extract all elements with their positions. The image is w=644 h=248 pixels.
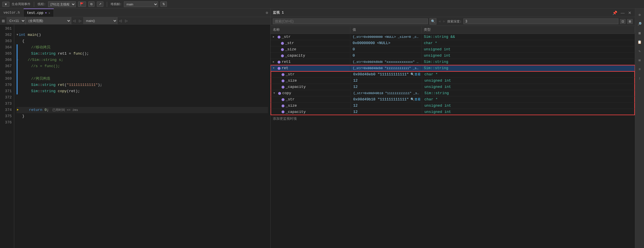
depth-label: 搜索深度: xyxy=(447,19,462,24)
fold-362[interactable]: ▼ xyxy=(17,32,18,38)
sidebar-icon-1[interactable]: ⚙ xyxy=(636,11,644,19)
copy-size-name-cell: ⬤ _size xyxy=(271,103,351,108)
stack-select[interactable]: main xyxy=(124,1,158,7)
scope-next-btn[interactable]: ▷ xyxy=(77,19,83,23)
code-line-375: } xyxy=(17,113,268,119)
watch-row-ret-str[interactable]: ⬤ _str 0x00d48eb0 "111111111111" 🔍查看 cha… xyxy=(271,71,635,78)
lang-icon: ▦ xyxy=(0,19,7,23)
watch-icon-btn2[interactable]: ⊞ xyxy=(627,19,633,24)
ret-str-lens-btn[interactable]: 🔍查看 xyxy=(410,72,421,77)
sidebar-icon-3[interactable]: ▦ xyxy=(636,29,644,37)
tab-test-cpp[interactable]: test.cpp ● ✕ xyxy=(24,9,54,17)
str-str-value-cell: 0x00000000 <NULL> xyxy=(350,40,422,46)
watch-row-copy-size[interactable]: ⬤ _size 12 unsigned int xyxy=(271,103,635,109)
watch-panel: 监视 1 📌 — ✕ 🔍 ◁ ▷ 搜索深度: ⊡ ⊞ 名称 值 类型 xyxy=(271,9,635,248)
str-str-name-cell: ⬤ _str xyxy=(271,40,350,46)
thread-select[interactable]: [7612] 主线程 xyxy=(48,1,76,7)
str-size-type-cell: unsigned int xyxy=(422,47,635,52)
tab-vector-h[interactable]: vector.h xyxy=(0,9,24,17)
ret1-type-cell: Sim::string xyxy=(422,59,635,65)
arrow-btn[interactable]: ↗ xyxy=(97,1,103,7)
watch-row-str-size[interactable]: ⬤ _size 0 unsigned int xyxy=(271,46,635,53)
watch-row-ret[interactable]: ▼ ⬤ ret {_str=0x00d48eb0 "111111111111" … xyxy=(271,65,635,71)
watch-close-btn[interactable]: ✕ xyxy=(627,10,633,16)
watch-search-input[interactable] xyxy=(273,18,428,24)
fn-main: main xyxy=(28,32,36,38)
current-line-arrow: ➤ xyxy=(17,107,19,113)
stack-label: 堆栈帧: xyxy=(111,2,122,6)
toolbar-dropdown-btn[interactable]: ▼ xyxy=(2,2,9,7)
lifecycle-label: 生命周期事件 xyxy=(12,2,30,6)
comment-366: //Sim::string s; xyxy=(19,57,63,63)
scope-prev-btn[interactable]: ◁ xyxy=(71,19,77,23)
code-line-364: //移动拷贝 xyxy=(17,44,268,51)
sidebar-icon-6[interactable]: ⊞ xyxy=(636,56,644,64)
scope-select[interactable]: (全局范围) xyxy=(26,17,71,24)
editor-settings-btn[interactable]: ⚙ xyxy=(263,9,270,17)
function-next-btn[interactable]: ▷ xyxy=(123,19,129,23)
bp-364 xyxy=(17,44,18,51)
add-watch-row[interactable]: 添加更监视时项 xyxy=(271,115,635,122)
ret-str-name-cell: ⬤ _str xyxy=(271,72,351,77)
watch-row-str[interactable]: ▶ ⬤ _str {_str=0x00000000 <NULL> _size=0… xyxy=(271,34,635,40)
sidebar-icon-5[interactable]: ✎ xyxy=(636,47,644,55)
function-prev-btn[interactable]: ◁ xyxy=(117,19,123,23)
watch-row-ret-size[interactable]: ⬤ _size 12 unsigned int xyxy=(271,78,635,84)
bp-369 xyxy=(17,76,18,82)
col-name: 名称 xyxy=(271,27,350,33)
watch-row-copy-str[interactable]: ⬤ _str 0x00d49b18 "111111111111" 🔍查看 cha… xyxy=(271,96,635,103)
tab-close-btn[interactable]: ✕ xyxy=(48,11,50,15)
copy-str-name-cell: ⬤ _str xyxy=(271,97,351,102)
copy-size-value-cell: 12 xyxy=(351,103,422,108)
copy-btn[interactable]: ⧉ xyxy=(88,1,95,7)
code-content[interactable]: ▼ int main() { //移动拷贝 Sim::string re xyxy=(14,24,270,248)
depth-input[interactable] xyxy=(463,18,618,24)
tab-test-cpp-label: test.cpp xyxy=(27,11,44,15)
function-select[interactable]: main() xyxy=(83,17,117,24)
code-line-367: //s = func(); xyxy=(17,63,268,69)
watch-pin-btn[interactable]: 📌 xyxy=(611,10,618,16)
str-expand[interactable]: ▶ xyxy=(273,35,276,38)
stack-nav-btn[interactable]: ⇅ xyxy=(160,1,167,7)
copy-str-type-cell: char * xyxy=(422,97,634,102)
str-value-cell: {_str=0x00000000 <NULL> _size=0 _capacit… xyxy=(350,34,422,39)
sidebar-icon-4[interactable]: 📋 xyxy=(636,38,644,46)
sidebar-icon-8[interactable]: ↕ xyxy=(636,75,644,82)
watch-rows-container: ▶ ⬤ _str {_str=0x00000000 <NULL> _size=0… xyxy=(271,34,635,248)
ret-cap-type-cell: unsigned int xyxy=(422,84,634,90)
sidebar-icon-2[interactable]: 🔎 xyxy=(636,20,644,28)
back-arrow[interactable]: ◁ xyxy=(438,20,441,23)
code-line-371: Sim::string copy(ret); xyxy=(17,88,268,94)
copy-expand[interactable]: ▼ xyxy=(273,92,277,95)
watch-minimize-btn[interactable]: — xyxy=(620,10,626,16)
line-label: 线程: xyxy=(38,2,46,6)
flag-btn[interactable]: 🚩 xyxy=(78,1,86,7)
str-cap-name: _capacity xyxy=(285,53,305,58)
ret-expand[interactable]: ▼ xyxy=(273,67,276,70)
str-type-cell: Sim::string && xyxy=(422,34,635,40)
watch-row-copy-capacity[interactable]: ⬤ _capacity 12 unsigned int xyxy=(271,109,635,115)
watch-icon-btn1[interactable]: ⊡ xyxy=(620,19,625,24)
watch-row-str-capacity[interactable]: ⬤ _capacity 0 unsigned int xyxy=(271,53,635,59)
watch-row-copy[interactable]: ▼ ⬤ copy {_str=0x00d49b18 "111111111111"… xyxy=(271,90,635,96)
bp-366 xyxy=(17,57,18,63)
watch-header: 监视 1 📌 — ✕ xyxy=(271,9,635,17)
bp-370 xyxy=(17,82,18,88)
forward-arrow[interactable]: ▷ xyxy=(443,20,445,23)
str-cap-value-cell: 0 xyxy=(350,53,422,58)
copy-str-lens-btn[interactable]: 🔍查看 xyxy=(410,97,421,102)
sep2 xyxy=(107,2,107,7)
sidebar-icon-7[interactable]: ≡ xyxy=(636,65,644,73)
copy-cap-type-cell: unsigned int xyxy=(422,109,634,115)
tab-bar: vector.h test.cpp ● ✕ ⚙ xyxy=(0,9,270,17)
time-hint: 已用时间 <= 2ms xyxy=(52,107,78,113)
ret1-expand[interactable]: ▶ xyxy=(273,60,276,63)
str-size-name: _size xyxy=(285,47,296,51)
watch-row-ret-capacity[interactable]: ⬤ _capacity 12 unsigned int xyxy=(271,84,635,90)
watch-search-bar: 🔍 ◁ ▷ 搜索深度: ⊡ ⊞ xyxy=(271,17,635,26)
search-go-btn[interactable]: 🔍 xyxy=(430,18,436,24)
code-line-368 xyxy=(17,69,268,76)
watch-row-ret1[interactable]: ▶ ⬤ ret1 {_str=0x00d4d9d8 "xxxxxxxxxxxxx… xyxy=(271,59,635,65)
language-select[interactable]: C++11 xyxy=(7,17,26,24)
watch-row-str-str[interactable]: ⬤ _str 0x00000000 <NULL> char * xyxy=(271,40,635,46)
